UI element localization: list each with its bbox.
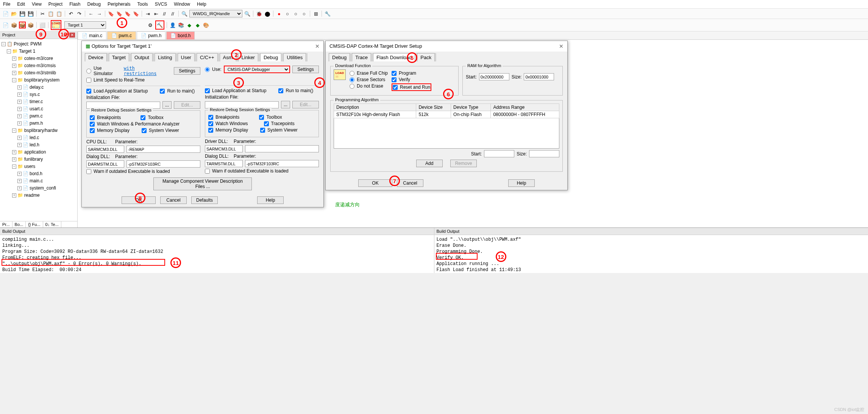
save-all-icon[interactable]: 💾: [27, 10, 34, 17]
file-tab-bord.h[interactable]: 📄bord.h: [166, 31, 195, 39]
menu-peripherals[interactable]: Peripherals: [108, 2, 131, 7]
tree-group[interactable]: +📁 readme: [1, 192, 76, 199]
browse-button-r[interactable]: ...: [281, 101, 290, 108]
do-not-erase-radio[interactable]: [350, 84, 354, 89]
options-icon[interactable]: ⚙: [147, 22, 154, 28]
tab-listing[interactable]: Listing: [155, 53, 176, 61]
pack2-icon[interactable]: ◆: [194, 22, 201, 28]
driver-tabs[interactable]: DebugTraceFlash DownloadPack: [326, 52, 567, 61]
menu-flash[interactable]: Flash: [69, 2, 80, 7]
file-tab-pwm.c[interactable]: 📄pwm.c: [107, 31, 136, 39]
tree-file[interactable]: +📄 pwm.c: [1, 113, 76, 120]
limit-speed-check[interactable]: [86, 78, 91, 83]
help-button[interactable]: Help: [508, 179, 535, 187]
project-tab[interactable]: 0↓ Te...: [43, 221, 61, 227]
forward-icon[interactable]: →: [96, 10, 103, 17]
table-cell[interactable]: 08000000H - 0807FFFFH: [491, 111, 559, 118]
edit-button-r[interactable]: Edit...: [292, 101, 319, 108]
tree-file[interactable]: +📄 timer.c: [1, 98, 76, 105]
close-icon[interactable]: ✕: [315, 43, 320, 49]
close-icon[interactable]: ✕: [559, 43, 564, 49]
bookmark-icon[interactable]: 🔖: [108, 10, 114, 17]
record-icon[interactable]: ●: [276, 10, 283, 17]
tab-trace[interactable]: Trace: [352, 53, 371, 61]
restrictions-link[interactable]: with restrictions: [124, 66, 169, 76]
run-main-check-r[interactable]: [278, 88, 283, 93]
tree-file[interactable]: +📄 main.c: [1, 177, 76, 185]
manage-button[interactable]: Manage Component Viewer Description File…: [153, 177, 252, 190]
find-icon[interactable]: 🔍: [181, 10, 188, 17]
tab-device[interactable]: Device: [85, 53, 107, 61]
debug-icon[interactable]: 🐞: [256, 10, 262, 17]
save-icon[interactable]: 💾: [19, 10, 26, 17]
project-tab[interactable]: {} Fu...: [26, 221, 43, 227]
browse-button-l[interactable]: ...: [162, 101, 172, 109]
verify-check[interactable]: [392, 77, 397, 82]
cancel-button[interactable]: Cancel: [160, 196, 187, 204]
warn-check-r[interactable]: [205, 169, 210, 174]
analyze2-icon[interactable]: ○: [301, 10, 308, 17]
debugger-combo[interactable]: CMSIS-DAP Debugger: [224, 66, 290, 73]
tree-group[interactable]: −📁 users: [1, 163, 76, 170]
driver-dll-input[interactable]: [205, 145, 243, 152]
manage-icon[interactable]: 👤: [169, 22, 176, 28]
open-icon[interactable]: 📂: [11, 10, 17, 17]
algo-start-input[interactable]: [484, 150, 514, 157]
close-icon[interactable]: ✕: [69, 33, 75, 38]
tree-file[interactable]: +📄 bord.h: [1, 170, 76, 177]
driver-param-input[interactable]: [245, 145, 319, 152]
window-icon[interactable]: ⊞: [312, 10, 319, 17]
tab-user[interactable]: User: [178, 53, 195, 61]
tab-target[interactable]: Target: [109, 53, 129, 61]
algo-size-input[interactable]: [529, 150, 559, 157]
tree-group[interactable]: +📁 cotex-m3/core: [1, 55, 76, 62]
file-tab-main.c[interactable]: 📄main.c: [78, 31, 106, 39]
menu-svcs[interactable]: SVCS: [155, 2, 167, 7]
target-options-icon[interactable]: 🔨: [156, 22, 163, 28]
config-icon[interactable]: 🔧: [324, 10, 331, 17]
find-combo[interactable]: WWDG_IRQHandle: [189, 10, 242, 17]
project-tab[interactable]: Pr...: [0, 221, 12, 227]
target-combo[interactable]: Target 1: [64, 21, 106, 29]
tab-output[interactable]: Output: [131, 53, 153, 61]
pack-icon[interactable]: ◆: [186, 22, 193, 28]
menu-window[interactable]: Window: [174, 2, 190, 7]
table-cell[interactable]: On-chip Flash: [451, 111, 491, 118]
tree-file[interactable]: +📄 system_confi: [1, 185, 76, 192]
memory-check-r[interactable]: [208, 128, 213, 133]
tree-group[interactable]: +📁 cotex-m3/stmlib: [1, 69, 76, 77]
outdent-icon[interactable]: ⇤: [153, 10, 159, 17]
memory-check-l[interactable]: [90, 128, 95, 133]
tree-group[interactable]: −📁 bsplibrary/hardw: [1, 127, 76, 134]
copy-icon[interactable]: 📋: [47, 10, 54, 17]
cpu-param-input[interactable]: [126, 146, 200, 153]
help-button[interactable]: Help: [257, 196, 284, 204]
tree-file[interactable]: +📄 sys.c: [1, 91, 76, 98]
erase-sectors-radio[interactable]: [350, 77, 354, 82]
tab-c/c++[interactable]: C/C++: [197, 53, 218, 61]
edit-button-l[interactable]: Edit...: [174, 101, 200, 109]
watch-check-r[interactable]: [208, 121, 213, 126]
dialog-param-input-r[interactable]: [245, 160, 319, 167]
back-icon[interactable]: ←: [87, 10, 94, 17]
sysviewer-check-l[interactable]: [142, 128, 147, 133]
tree-group[interactable]: −📁 bsplibrary/system: [1, 77, 76, 84]
run-main-check-l[interactable]: [160, 89, 165, 94]
erase-full-radio[interactable]: [350, 71, 354, 76]
tab-utilities[interactable]: Utilities: [283, 53, 306, 61]
table-cell[interactable]: STM32F10x High-density Flash: [334, 111, 416, 118]
bookmark-prev-icon[interactable]: 🔖: [116, 10, 123, 17]
tree-file[interactable]: +📄 led.c: [1, 134, 76, 141]
tree-group[interactable]: +📁 application: [1, 149, 76, 156]
breakpoint-icon[interactable]: ⬤: [264, 10, 271, 17]
table-cell[interactable]: 512k: [416, 111, 451, 118]
menu-help[interactable]: Help: [197, 2, 206, 7]
menu-view[interactable]: View: [32, 2, 42, 7]
download-icon[interactable]: LOAD↓↓: [52, 22, 60, 28]
comment-icon[interactable]: //: [161, 10, 168, 17]
output-body-left[interactable]: compiling main.c... linking... Program S…: [0, 235, 434, 273]
batch-build-icon[interactable]: 📦: [27, 22, 34, 28]
options-tabs[interactable]: DeviceTargetOutputListingUserC/C++AsmLin…: [82, 52, 323, 61]
breakpoints-check-l[interactable]: [90, 115, 95, 120]
reset-run-check[interactable]: [393, 85, 398, 90]
